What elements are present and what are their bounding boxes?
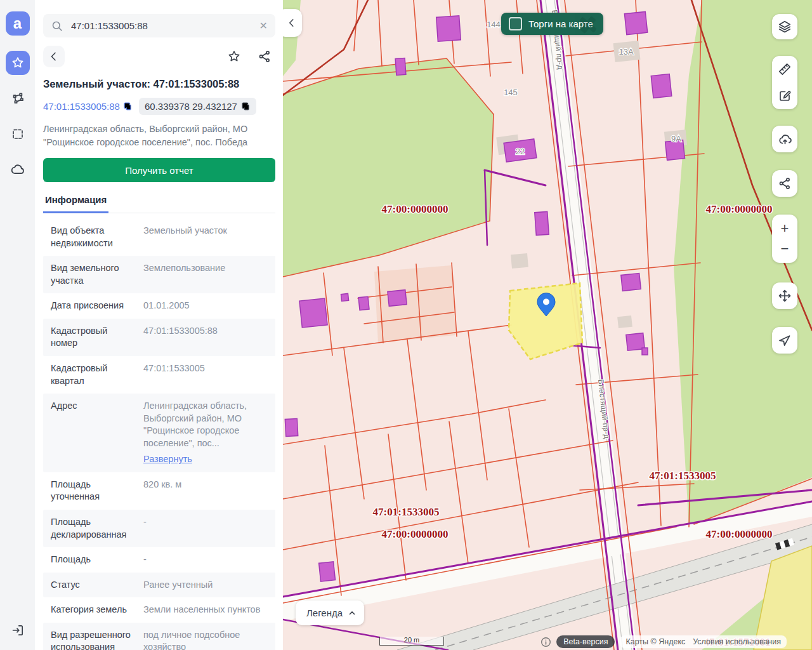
map-attribution: Beta-версия Карты © Яндекс Условия испол…	[540, 635, 787, 648]
row-label: Площадь декларированная	[51, 516, 134, 541]
table-row: Кадастровый номер47:01:1533005:88	[43, 319, 275, 356]
sidebar-collapse-button[interactable]	[283, 9, 302, 37]
checkbox-icon[interactable]	[509, 17, 522, 30]
row-label: Вид разрешенного использования	[51, 629, 134, 650]
table-row: Вид разрешенного использованияпод личное…	[43, 623, 275, 650]
polygon-area-button[interactable]	[6, 86, 30, 110]
coordinates-chip[interactable]: 60.339378 29.432127	[139, 98, 256, 115]
expand-address-link[interactable]: Развернуть	[143, 453, 192, 466]
gavel-icon	[574, 13, 602, 35]
tab-bar: Информация	[43, 194, 275, 213]
locate-button[interactable]	[772, 327, 797, 354]
coordinates-text: 60.339378 29.432127	[145, 101, 237, 112]
tab-information[interactable]: Информация	[43, 194, 108, 213]
row-label: Площадь уточненная	[51, 479, 134, 503]
upload-button[interactable]	[772, 126, 797, 152]
copyright-link[interactable]: Карты © Яндекс	[625, 637, 685, 646]
cloud-icon	[10, 162, 25, 177]
zoom-controls: + −	[772, 215, 797, 263]
row-label: Кадастровый номер	[51, 325, 134, 350]
clear-search-icon[interactable]: ✕	[259, 21, 268, 31]
row-label: Дата присвоения	[51, 300, 134, 312]
app-logo-icon[interactable]: a	[6, 11, 30, 36]
layers-icon	[778, 20, 792, 34]
share-button[interactable]	[254, 46, 275, 67]
polygon-area-icon	[11, 91, 25, 105]
page-title: Земельный участок: 47:01:1533005:88	[43, 78, 275, 90]
info-table: Вид объекта недвижимостиЗемельный участо…	[43, 218, 275, 650]
app-window: a	[0, 0, 812, 650]
table-row: Площадь-	[43, 547, 275, 573]
row-value: Ранее учтенный	[143, 579, 268, 592]
cadastral-quarter-label: 47:01:1533005	[373, 506, 440, 518]
cadastral-number-link[interactable]: 47:01:1533005:88	[43, 101, 133, 112]
house-number-label: 9A	[671, 134, 681, 143]
cloud-upload-icon	[778, 132, 792, 147]
row-value: 01.01.2005	[143, 300, 268, 312]
select-area-icon	[11, 127, 25, 141]
salmon-parcel	[374, 265, 455, 343]
row-value: под личное подсобное хозяйство	[143, 629, 268, 650]
layers-button[interactable]	[772, 14, 797, 39]
map-area: Блестящий пр-д Блестящий пр-д 144 145 13…	[283, 0, 812, 650]
object-info-panel: ✕ З	[35, 0, 283, 650]
measure-button[interactable]	[778, 56, 792, 83]
map-scale: 20 m	[379, 637, 444, 646]
row-value: Земельный участок	[143, 225, 268, 249]
favorite-button[interactable]	[223, 46, 245, 67]
row-label: Площадь	[51, 554, 134, 566]
row-value: 47:01:1533005	[143, 362, 268, 387]
map-canvas[interactable]: Блестящий пр-д Блестящий пр-д 144 145 13…	[283, 0, 812, 650]
terms-link[interactable]: Условия использования	[693, 637, 781, 646]
locate-arrow-icon	[778, 333, 792, 347]
search-input[interactable]	[70, 20, 253, 32]
search-bar[interactable]: ✕	[43, 14, 275, 37]
copy-icon[interactable]	[241, 102, 251, 111]
table-row: Кадастровый квартал47:01:1533005	[43, 356, 275, 394]
row-label: Кадастровый квартал	[51, 362, 134, 387]
cadastral-quarter-label: 47:00:0000000	[706, 203, 773, 215]
share-icon	[778, 176, 792, 190]
star-icon	[11, 56, 25, 70]
table-row: СтатусРанее учтенный	[43, 573, 275, 598]
select-area-button[interactable]	[6, 122, 30, 146]
table-row-address: Адрес Ленинградская область, Выборгский …	[43, 394, 275, 472]
zoom-out-button[interactable]: −	[772, 237, 797, 261]
share-map-button[interactable]	[772, 170, 797, 197]
trades-on-map-toggle[interactable]: Торги на карте	[501, 13, 603, 35]
cadastral-quarter-label: 47:00:0000000	[706, 528, 773, 540]
cloud-button[interactable]	[6, 157, 30, 182]
login-button[interactable]	[6, 618, 30, 642]
cadastral-quarter-label: 47:00:0000000	[382, 203, 449, 215]
row-label: Статус	[51, 579, 134, 592]
pan-icon	[778, 289, 792, 303]
draw-button[interactable]	[778, 83, 792, 109]
measure-edit-group	[772, 56, 797, 109]
row-value: 47:01:1533005:88	[143, 325, 268, 350]
back-button[interactable]	[43, 46, 65, 67]
get-report-button[interactable]: Получить отчет	[43, 158, 275, 182]
table-row: Категория земельЗемли населенных пунктов	[43, 597, 275, 623]
row-value: Земли населенных пунктов	[143, 604, 268, 616]
house-number-label: 13A	[619, 47, 633, 56]
table-row: Площадь уточненная820 кв. м	[43, 472, 275, 510]
beta-badge: Beta-версия	[556, 635, 615, 648]
house-number-label: 144	[487, 20, 501, 29]
legend-label: Легенда	[306, 607, 343, 618]
back-chevron-icon	[48, 50, 60, 63]
star-outline-icon	[227, 50, 241, 63]
scale-label: 20 m	[404, 636, 419, 644]
left-icon-rail: a	[0, 0, 35, 650]
legend-button[interactable]: Легенда	[296, 600, 364, 625]
table-row: Вид объекта недвижимостиЗемельный участо…	[43, 218, 275, 256]
copy-icon[interactable]	[123, 102, 133, 111]
panel-toolbar	[43, 46, 275, 67]
table-row: Вид земельного участкаЗемлепользование	[43, 256, 275, 293]
table-row: Площадь декларированная-	[43, 510, 275, 547]
info-icon[interactable]	[540, 637, 551, 647]
edit-icon	[778, 89, 792, 103]
share-icon	[258, 50, 272, 63]
row-value: Землепользование	[143, 262, 268, 287]
favorites-rail-button[interactable]	[6, 51, 30, 75]
pan-button[interactable]	[772, 282, 797, 309]
